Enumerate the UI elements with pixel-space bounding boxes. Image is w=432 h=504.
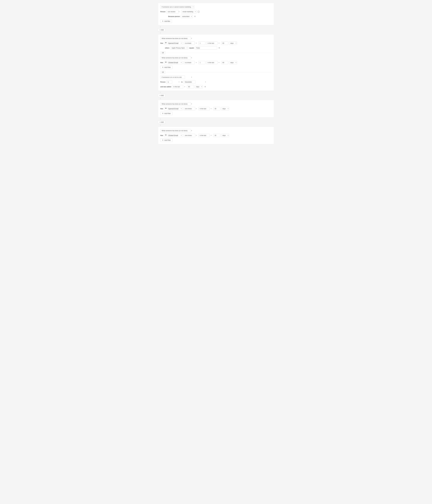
what-done-select-wrapper-2: What someone has done (or not done) <box>160 37 193 40</box>
divider-line-1 <box>166 53 272 53</box>
info-icon[interactable]: i <box>198 11 200 13</box>
condition-clicked-select[interactable]: is at least <box>184 61 195 64</box>
unit-5-select[interactable]: days <box>221 107 229 110</box>
or-divider-2: OR <box>160 70 272 75</box>
page-container: If someone can or cannot receive marketi… <box>158 3 274 144</box>
and-button-2[interactable]: + AND <box>158 94 165 97</box>
has-label-6: Has <box>160 135 163 136</box>
unit-clicked-wrapper: days <box>229 61 237 64</box>
timeframe-clicked-select[interactable]: in the last <box>206 61 217 64</box>
apple-privacy-select[interactable]: Apple Privacy Open <box>170 46 188 50</box>
person-target-wrapper: email marketing <box>181 10 197 13</box>
amount-opened-input[interactable] <box>221 42 228 45</box>
event-clicked-email[interactable]: Clicked Email <box>164 61 183 64</box>
because-label: Because person <box>168 16 180 17</box>
and-button-1[interactable]: + AND <box>158 28 165 31</box>
has-label-clicked: Has <box>160 62 163 63</box>
unit-opened-select[interactable]: days <box>229 42 237 45</box>
event-opened-email[interactable]: Opened Email <box>164 42 183 45</box>
flag-icon-6 <box>165 135 167 136</box>
field-value-input[interactable] <box>195 46 217 50</box>
value-clicked-input[interactable] <box>198 61 206 64</box>
or-button-1[interactable]: OR <box>160 52 165 54</box>
and-connector-1: + AND <box>158 26 274 34</box>
and-was-close-button[interactable]: ✕ <box>204 86 206 88</box>
and-was-unit-select[interactable]: days <box>195 85 203 88</box>
where-close-button[interactable]: ✕ <box>218 47 220 49</box>
what-done-select-2[interactable]: What someone has done (or not done) <box>160 37 191 40</box>
add-filter-button-clicked[interactable]: ⛛ Add Filter <box>160 66 172 69</box>
unit-clicked-select[interactable]: days <box>229 61 237 64</box>
amount-5-input[interactable] <box>213 107 220 110</box>
in-label: in <box>181 81 183 83</box>
timeframe-opened-select[interactable]: in the last <box>206 42 217 45</box>
list-name-wrapper: Newsletter <box>184 80 207 84</box>
person-action-select[interactable]: can receive <box>166 10 179 13</box>
main-condition-select[interactable]: If someone can or cannot receive marketi… <box>160 5 194 9</box>
condition-6-select[interactable]: zero times <box>184 134 195 137</box>
apple-privacy-wrapper: Apple Privacy Open <box>170 46 188 50</box>
filter-icon-clicked: ⛛ <box>162 66 164 68</box>
timeframe-6-wrapper: in the last <box>198 134 212 137</box>
has-label-5: Has <box>160 108 163 109</box>
timeframe-clicked-wrapper: in the last <box>206 61 220 64</box>
value-opened-input[interactable] <box>198 42 206 45</box>
timeframe-opened-wrapper: in the last <box>206 42 220 45</box>
condition-5-select[interactable]: zero times <box>184 107 195 110</box>
condition-block-clicked-zero: What someone has done (or not done) Has … <box>158 126 274 144</box>
has-label-opened: Has <box>160 42 163 44</box>
list-name-select[interactable]: Newsletter <box>184 80 195 84</box>
filter-icon-6: ⛛ <box>162 139 164 141</box>
what-done-select-6[interactable]: What someone has done (or not done) <box>160 129 191 132</box>
filter-icon-5: ⛛ <box>162 113 164 114</box>
flag-icon-clicked <box>165 62 167 63</box>
unit-opened-wrapper: days <box>229 42 237 45</box>
timeframe-5-select[interactable]: in the last <box>198 107 210 110</box>
and-was-timeframe-wrapper: in the last <box>172 85 186 88</box>
person-action-wrapper: can receive <box>166 10 180 13</box>
add-filter-button-6[interactable]: ⛛ Add Filter <box>160 138 172 142</box>
or-button-2[interactable]: OR <box>160 71 165 74</box>
and-was-unit-wrapper: days <box>195 85 203 88</box>
what-done-select-wrapper-6: What someone has done (or not done) <box>160 129 193 132</box>
sub-block-opened-email: What someone has done (or not done) Has … <box>160 37 272 50</box>
divider-line-2 <box>166 72 272 72</box>
condition-5-wrapper: zero times <box>184 107 198 110</box>
person-label-list: Person <box>160 81 165 83</box>
unit-5-wrapper: days <box>221 107 229 110</box>
amount-6-input[interactable] <box>213 134 220 137</box>
condition-block-opened-zero: What someone has done (or not done) Has … <box>158 100 274 117</box>
condition-clicked-wrapper: is at least <box>184 61 198 64</box>
event-opened-zero[interactable]: Opened Email <box>164 107 183 110</box>
and-was-timeframe-select[interactable]: in the last <box>172 85 183 88</box>
person-is-select[interactable]: is <box>166 80 172 84</box>
condition-6-wrapper: zero times <box>184 134 198 137</box>
add-filter-button-1[interactable]: ⛛ Add filter <box>160 19 172 23</box>
sub-block-clicked-email: What someone has done (or not done) Has … <box>160 56 272 69</box>
timeframe-6-select[interactable]: in the last <box>198 134 210 137</box>
flag-icon-opened <box>165 42 167 44</box>
because-value-select[interactable]: subscribed <box>181 15 193 18</box>
because-value-wrapper: subscribed <box>181 15 193 18</box>
and-was-amount-input[interactable] <box>187 85 194 88</box>
because-close-button[interactable]: ✕ <box>194 16 196 18</box>
amount-clicked-input[interactable] <box>221 61 228 64</box>
and-was-added-label: and was added <box>160 86 171 88</box>
unit-6-select[interactable]: days <box>221 134 229 137</box>
sub-block-list: If someone is in or not in a list Person… <box>160 75 272 88</box>
equals-label: equals <box>189 47 194 49</box>
timeframe-5-wrapper: in the last <box>198 107 212 110</box>
list-main-select[interactable]: If someone is in or not in a list <box>160 75 185 79</box>
add-filter-button-5[interactable]: ⛛ Add Filter <box>160 112 172 115</box>
condition-opened-select[interactable]: is at least <box>184 42 195 45</box>
what-done-select-5[interactable]: What someone has done (or not done) <box>160 102 191 106</box>
person-target-select[interactable]: email marketing <box>181 10 197 13</box>
and-button-3[interactable]: + AND <box>158 121 165 124</box>
event-clicked-zero[interactable]: Clicked Email <box>164 134 183 137</box>
list-main-select-wrapper: If someone is in or not in a list <box>160 75 193 79</box>
what-done-select-3[interactable]: What someone has done (or not done) <box>160 56 191 60</box>
condition-block-marketing: If someone can or cannot receive marketi… <box>158 3 274 25</box>
condition-opened-wrapper: is at least <box>184 42 198 45</box>
unit-6-wrapper: days <box>221 134 229 137</box>
person-label: Person <box>160 11 165 13</box>
